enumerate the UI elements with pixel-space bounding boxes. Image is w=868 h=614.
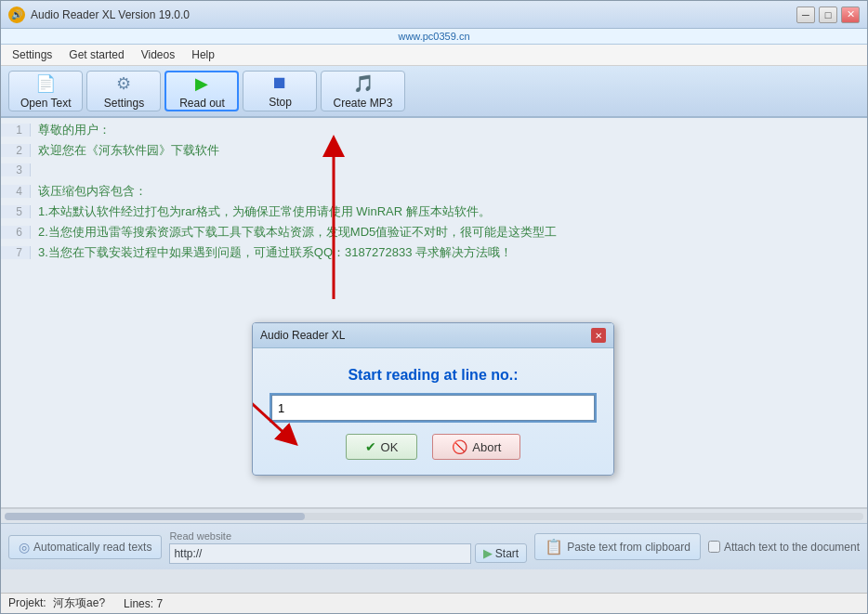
- project-status: Projekt: 河东项ae?: [8, 595, 105, 611]
- play-icon: ▶: [195, 73, 208, 94]
- modal-dialog: Audio Reader XL ✕ Start reading at line …: [252, 322, 614, 476]
- stop-label: Stop: [269, 96, 292, 109]
- gear-icon: ⚙: [116, 73, 131, 94]
- modal-heading: Start reading at line no.:: [271, 367, 595, 384]
- menu-videos[interactable]: Videos: [134, 46, 182, 63]
- menu-bar: Settings Get started Videos Help: [1, 45, 867, 66]
- title-bar-text: Audio Reader XL Version 19.0.0: [31, 8, 796, 21]
- project-label: Projekt:: [8, 596, 46, 609]
- mp3-icon: 🎵: [353, 73, 374, 94]
- abort-label: Abort: [472, 440, 501, 454]
- create-mp3-label: Create MP3: [333, 97, 392, 110]
- modal-overlay: Audio Reader XL ✕ Start reading at line …: [1, 118, 867, 593]
- close-button[interactable]: ✕: [841, 7, 860, 23]
- minimize-button[interactable]: ─: [796, 7, 815, 23]
- content-wrapper: 1 尊敬的用户： 2 欢迎您在《河东软件园》下载软件 3 4 该压缩包内容包含：…: [1, 118, 867, 593]
- ok-label: OK: [381, 440, 399, 454]
- modal-close-button[interactable]: ✕: [591, 328, 606, 343]
- abort-button[interactable]: 🚫 Abort: [432, 434, 520, 460]
- settings-button[interactable]: ⚙ Settings: [86, 71, 161, 111]
- app-icon: 🔊: [8, 7, 25, 23]
- create-mp3-button[interactable]: 🎵 Create MP3: [321, 71, 404, 111]
- watermark-banner: www.pc0359.cn: [1, 29, 867, 45]
- modal-buttons: ✔ OK 🚫 Abort: [271, 434, 595, 460]
- abort-icon: 🚫: [452, 439, 467, 454]
- lines-status: Lines: 7: [124, 597, 163, 610]
- stop-button[interactable]: ⏹ Stop: [243, 71, 317, 111]
- toolbar: 📄 Open Text ⚙ Settings ▶ Read out ⏹ Stop…: [1, 66, 867, 118]
- folder-icon: 📄: [35, 73, 56, 94]
- open-text-label: Open Text: [20, 97, 71, 110]
- project-value: 河东项ae?: [53, 596, 105, 609]
- watermark-text: www.pc0359.cn: [398, 31, 469, 42]
- modal-title-text: Audio Reader XL: [260, 329, 345, 342]
- line-number-input[interactable]: [271, 395, 595, 421]
- status-bar: Projekt: 河东项ae? Lines: 7: [1, 593, 867, 613]
- ok-check-icon: ✔: [365, 439, 376, 454]
- settings-label: Settings: [104, 97, 144, 110]
- ok-button[interactable]: ✔ OK: [346, 434, 418, 460]
- title-bar-controls: ─ □ ✕: [796, 7, 860, 23]
- maximize-button[interactable]: □: [819, 7, 837, 23]
- app-window: 🔊 Audio Reader XL Version 19.0.0 ─ □ ✕ w…: [0, 0, 868, 614]
- menu-get-started[interactable]: Get started: [61, 46, 131, 63]
- read-out-label: Read out: [179, 97, 225, 110]
- menu-help[interactable]: Help: [184, 46, 222, 63]
- modal-titlebar: Audio Reader XL ✕: [253, 323, 613, 348]
- stop-icon: ⏹: [271, 73, 288, 93]
- read-out-button[interactable]: ▶ Read out: [164, 71, 239, 111]
- open-text-button[interactable]: 📄 Open Text: [8, 71, 83, 111]
- menu-settings[interactable]: Settings: [5, 46, 59, 63]
- title-bar: 🔊 Audio Reader XL Version 19.0.0 ─ □ ✕: [1, 1, 867, 29]
- modal-body: Start reading at line no.:: [253, 348, 613, 475]
